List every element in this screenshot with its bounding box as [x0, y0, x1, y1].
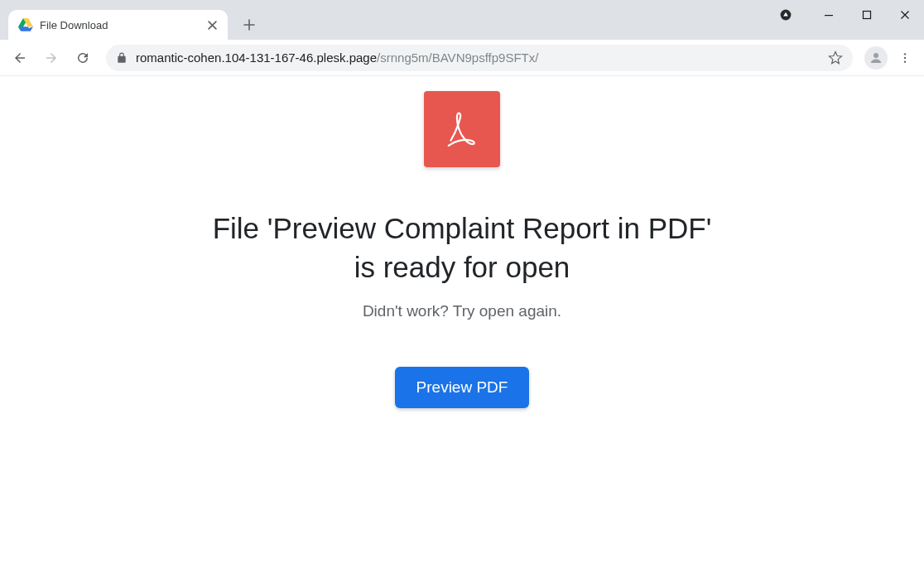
- heading-line-2: is ready for open: [354, 251, 570, 283]
- window-controls: [767, 0, 924, 30]
- url-host: romantic-cohen.104-131-167-46.plesk.page: [136, 51, 377, 65]
- maximize-button[interactable]: [848, 2, 886, 28]
- svg-rect-1: [825, 15, 833, 16]
- browser-tab[interactable]: File Download: [8, 10, 228, 40]
- url-text: romantic-cohen.104-131-167-46.plesk.page…: [136, 51, 538, 65]
- svg-point-3: [873, 53, 878, 58]
- lock-icon: [116, 52, 128, 64]
- bookmark-star-icon[interactable]: [828, 51, 843, 65]
- browser-toolbar: romantic-cohen.104-131-167-46.plesk.page…: [0, 40, 924, 76]
- address-bar[interactable]: romantic-cohen.104-131-167-46.plesk.page…: [106, 45, 853, 71]
- close-tab-button[interactable]: [205, 17, 219, 32]
- acrobat-icon: [424, 91, 500, 167]
- tab-title: File Download: [40, 19, 198, 31]
- back-button[interactable]: [5, 43, 35, 73]
- sub-message: Didn't work? Try open again.: [363, 302, 561, 320]
- forward-button[interactable]: [36, 43, 66, 73]
- svg-rect-2: [864, 12, 871, 19]
- profile-avatar[interactable]: [864, 46, 888, 70]
- svg-point-6: [904, 60, 906, 62]
- svg-point-5: [904, 56, 906, 58]
- page-heading: File 'Preview Complaint Report in PDF' i…: [213, 209, 712, 287]
- extension-icon[interactable]: [767, 2, 805, 28]
- preview-pdf-button[interactable]: Preview PDF: [395, 367, 530, 408]
- minimize-button[interactable]: [810, 2, 848, 28]
- browser-menu-button[interactable]: [893, 46, 917, 70]
- svg-point-4: [904, 53, 906, 55]
- close-window-button[interactable]: [886, 2, 924, 28]
- reload-button[interactable]: [68, 43, 98, 73]
- google-drive-icon: [18, 18, 33, 31]
- url-path: /srnng5m/BAVN9psffp9SFTx/: [377, 51, 538, 65]
- window-titlebar: File Download: [0, 0, 924, 40]
- heading-line-1: File 'Preview Complaint Report in PDF': [213, 212, 712, 244]
- page-content: File 'Preview Complaint Report in PDF' i…: [0, 76, 924, 408]
- new-tab-button[interactable]: [238, 13, 261, 36]
